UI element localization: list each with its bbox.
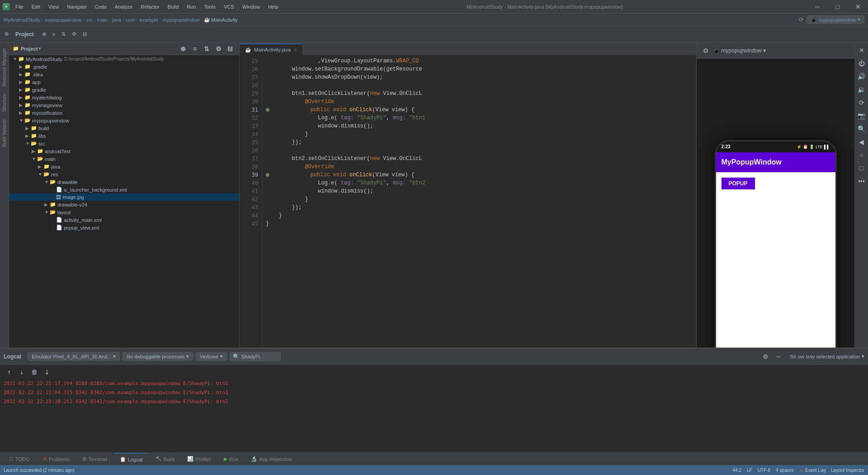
bc-src[interactable]: src — [86, 17, 93, 23]
close-button[interactable]: ✕ — [848, 0, 868, 14]
square-icon[interactable]: □ — [856, 162, 868, 174]
tab-todo[interactable]: ☐ TODO — [4, 453, 35, 466]
maximize-button[interactable]: □ — [828, 0, 848, 14]
tree-item-src[interactable]: ▼ 📂 src — [9, 140, 239, 147]
power-icon[interactable]: ⏻ — [856, 57, 868, 69]
menu-view[interactable]: View — [45, 2, 63, 11]
menu-file[interactable]: File — [12, 2, 27, 11]
emulator-settings-icon[interactable]: ⚙ — [700, 45, 711, 56]
clear-icon[interactable]: 🗑 — [29, 367, 40, 377]
tab-logcat[interactable]: 📋 Logcat — [114, 453, 148, 466]
show-only-selected[interactable]: Sh ow only selected application ▾ — [790, 353, 864, 359]
toolbar-cog[interactable]: ⚙ — [69, 30, 79, 38]
tree-settings-icon[interactable]: ⚙ — [213, 43, 224, 54]
circle-icon[interactable]: ○ — [856, 149, 868, 161]
popup-button[interactable]: POPUP — [722, 178, 755, 189]
menu-code[interactable]: Code — [91, 2, 110, 11]
back-icon[interactable]: ◀ — [856, 136, 868, 148]
tree-item-libs[interactable]: ▶ 📁 libs — [9, 132, 239, 140]
bc-file[interactable]: MainActivity — [211, 17, 238, 23]
screenshot-icon[interactable]: 📷 — [856, 110, 868, 122]
search-field[interactable]: 🔍 — [230, 352, 281, 361]
volume-up-icon[interactable]: 🔊 — [856, 71, 868, 82]
phone-app-body[interactable]: POPUP — [716, 172, 835, 365]
tree-item-layout[interactable]: ▼ 📂 layout — [9, 208, 239, 216]
scroll-to-end-icon[interactable]: ⤓ — [42, 367, 52, 377]
zoom-in-icon[interactable]: 🔍 — [856, 123, 868, 135]
sync-icon[interactable]: ⟳ — [799, 16, 804, 23]
close-emulator-icon[interactable]: ✕ — [856, 44, 868, 56]
tree-item-gradle2[interactable]: ▶ 📁 gradle — [9, 86, 239, 94]
minimize-button[interactable]: ─ — [807, 0, 827, 14]
tree-item-app[interactable]: ▶ 📁 app — [9, 78, 239, 86]
tree-filter-icon[interactable]: ≡ — [189, 43, 200, 54]
menu-run[interactable]: Run — [183, 2, 199, 11]
toolbar-settings[interactable]: ⚙ — [2, 30, 12, 38]
run-config-select[interactable]: 📱 mypopupwindow ▾ — [807, 15, 864, 24]
tab-build[interactable]: 🔨 Build — [150, 453, 180, 466]
bc-mypopupwindow[interactable]: mypopupwindow — [162, 17, 199, 23]
menu-navigate[interactable]: Navigate — [63, 2, 90, 11]
structure-tab[interactable]: Structure — [1, 90, 8, 116]
menu-vcs[interactable]: VCS — [220, 2, 238, 11]
tree-collapse-icon[interactable]: ⊟ — [225, 43, 236, 54]
tab-run[interactable]: ▶ Run — [218, 453, 244, 466]
process-dropdown[interactable]: No debuggable processes ▾ — [123, 352, 193, 361]
tree-item-res[interactable]: ▼ 📂 res — [9, 170, 239, 178]
tree-item-root[interactable]: ▼ 📁 MyAndroidStudy D:/project/AndroidStu… — [9, 55, 239, 63]
menu-edit[interactable]: Edit — [28, 2, 44, 11]
tree-item-gradle[interactable]: ▶ 📁 .gradle — [9, 63, 239, 71]
tree-item-activity-main[interactable]: 📄 activity_main.xml — [9, 216, 239, 224]
logcat-settings-icon[interactable]: ⚙ — [760, 351, 771, 362]
emulator-device-select[interactable]: 📱 mypopupwindow ▾ — [713, 47, 766, 54]
logcat-minimize-icon[interactable]: ─ — [773, 351, 784, 362]
tree-item-drawable-v24[interactable]: ▶ 📁 drawable-v24 — [9, 201, 239, 208]
tree-item-build[interactable]: ▶ 📁 build — [9, 124, 239, 132]
device-dropdown[interactable]: Emulator Pixel_4_XL_API_30 And... ▾ — [28, 352, 120, 361]
bc-module[interactable]: mypopupwindow — [44, 17, 81, 23]
bc-java[interactable]: java — [112, 17, 121, 23]
menu-build[interactable]: Build — [164, 2, 182, 11]
scroll-up-icon[interactable]: ↑ — [4, 367, 14, 377]
layout-inspector-link[interactable]: Layout Inspector — [831, 468, 864, 473]
tree-item-idea[interactable]: ▶ 📁 .idea — [9, 71, 239, 78]
menu-refactor[interactable]: Refactor — [137, 2, 163, 11]
volume-down-icon[interactable]: 🔉 — [856, 84, 868, 95]
menu-tools[interactable]: Tools — [200, 2, 219, 11]
tree-item-mynotification[interactable]: ▶ 📁 mynotification — [9, 109, 239, 117]
build-variants-tab[interactable]: Build Variants — [1, 116, 8, 150]
tree-item-mypopupwindow[interactable]: ▼ 📂 mypopupwindow — [9, 117, 239, 124]
tree-item-ic-launcher[interactable]: 📄 ic_launcher_background.xml — [9, 186, 239, 193]
logcat-search-input[interactable] — [241, 354, 278, 359]
tree-gear-icon[interactable]: ⇅ — [201, 43, 212, 54]
tree-sync-icon[interactable]: ⊕ — [178, 43, 189, 54]
tab-terminal[interactable]: ⊞ Terminal — [77, 453, 113, 466]
editor-tab-mainactivity[interactable]: ☕ MainActivity.java ✕ — [240, 43, 303, 55]
toolbar-filter[interactable]: ⇅ — [59, 30, 68, 38]
menu-analyze[interactable]: Analyze — [111, 2, 136, 11]
tree-item-drawable[interactable]: ▼ 📂 drawable — [9, 178, 239, 186]
rotate-icon[interactable]: ⟳ — [856, 97, 868, 108]
tree-item-myalertdialog[interactable]: ▶ 📁 myalertdialog — [9, 94, 239, 101]
tree-item-androidtest[interactable]: ▶ 📁 androidTest — [9, 147, 239, 155]
tab-problems[interactable]: ⚠ Problems — [37, 453, 75, 466]
menu-window[interactable]: Window — [239, 2, 264, 11]
toolbar-collapse[interactable]: ⊟ — [80, 30, 90, 38]
tab-close-icon[interactable]: ✕ — [293, 47, 297, 52]
menu-help[interactable]: Help — [264, 2, 282, 11]
tree-item-myimageview[interactable]: ▶ 📁 myimageview — [9, 101, 239, 109]
tree-item-popup-view[interactable]: 📄 popup_view.xml — [9, 224, 239, 231]
bc-main[interactable]: main — [97, 17, 108, 23]
resource-manager-tab[interactable]: Resource Manager — [1, 44, 8, 90]
bc-root[interactable]: MyAndroidStudy — [4, 17, 40, 23]
bc-example[interactable]: example — [139, 17, 158, 23]
tree-item-java[interactable]: ▶ 📁 java — [9, 163, 239, 170]
scroll-down-icon[interactable]: ↓ — [16, 367, 27, 377]
tree-item-main[interactable]: ▼ 📂 main — [9, 155, 239, 163]
tab-app-inspection[interactable]: 🔬 App Inspection — [245, 453, 297, 466]
more-icon[interactable]: ••• — [856, 175, 868, 187]
bc-com[interactable]: com — [126, 17, 135, 23]
event-log-link[interactable]: ⚠ Event Log — [799, 468, 826, 473]
tab-profiler[interactable]: 📊 Profiler — [182, 453, 217, 466]
toolbar-sync[interactable]: ⊕ — [39, 30, 49, 38]
